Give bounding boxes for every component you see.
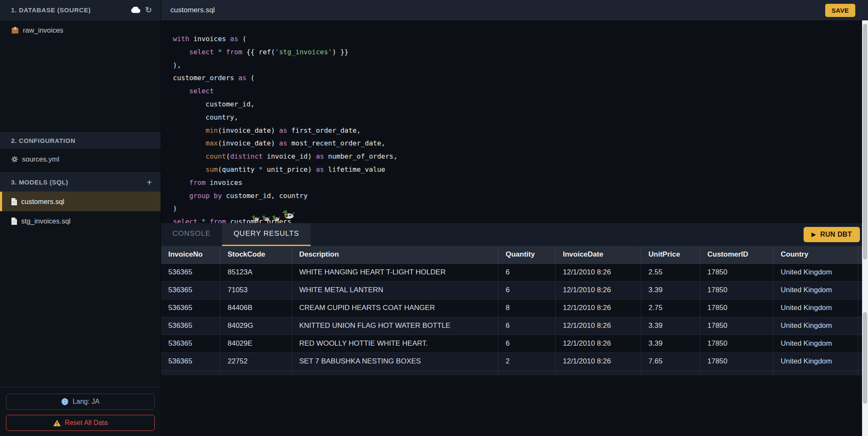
table-cell: 8 (498, 299, 556, 317)
table-cell: United Kingdom (773, 335, 858, 353)
sidebar: 1. DATABASE (SOURCE) ↻ raw_invoices 2. C… (0, 0, 161, 436)
table-cell: 12/1/2010 8:26 (556, 299, 641, 317)
table-cell: 17850 (700, 282, 773, 299)
tab-console[interactable]: CONSOLE (161, 223, 222, 246)
table-cell: RED WOOLLY HOTTIE WHITE HEART. (292, 335, 498, 353)
code-line: min(invoice_date) as first_order_date, (173, 124, 868, 137)
table-header-cell: Description (292, 246, 498, 264)
table-row: 53636522752SET 7 BABUSHKA NESTING BOXES2… (161, 353, 862, 371)
sidebar-item-label: raw_invoices (23, 26, 63, 34)
section-header-database: 1. DATABASE (SOURCE) ↻ (0, 0, 161, 20)
table-cell: 536365 (161, 299, 220, 317)
table-cell: 12/1/2010 8:26 (556, 264, 641, 282)
code-line: country, (173, 111, 868, 124)
table-cell: 2.75 (641, 299, 700, 317)
row-filler (858, 246, 862, 264)
save-button[interactable]: SAVE (825, 4, 855, 17)
table-cell: 12/1/2010 8:26 (556, 335, 641, 353)
section-database-title: 1. DATABASE (SOURCE) (11, 6, 91, 14)
sidebar-footer: Lang: JA Reset All Data (0, 387, 161, 436)
play-icon: ▶ (812, 232, 816, 237)
reset-all-data-button[interactable]: Reset All Data (6, 415, 155, 431)
table-row: 53636584029GKNITTED UNION FLAG HOT WATER… (161, 317, 862, 335)
duck-icon (252, 215, 260, 223)
sidebar-item-label: stg_invoices.sql (21, 217, 70, 225)
table-cell: 7.65 (641, 353, 700, 371)
warning-icon (53, 419, 61, 427)
table-cell: 17850 (700, 299, 773, 317)
sidebar-item-customers-sql[interactable]: customers.sql (0, 192, 161, 211)
table-header-cell: Quantity (498, 246, 556, 264)
sidebar-item-raw-invoices[interactable]: raw_invoices (0, 20, 161, 40)
table-cell: 3.39 (641, 282, 700, 299)
table-cell: 12/1/2010 8:26 (556, 353, 641, 371)
table-cell: 17850 (700, 264, 773, 282)
results-scrollbar-thumb[interactable] (863, 312, 867, 404)
run-dbt-button[interactable]: ▶ RUN DBT (804, 227, 860, 242)
code-lines: with invoices as ( select * from {{ ref(… (173, 33, 868, 223)
row-filler (858, 353, 862, 371)
sidebar-item-stg-invoices-sql[interactable]: stg_invoices.sql (0, 211, 161, 231)
gear-icon (11, 156, 18, 163)
code-line: count(distinct invoice_id) as number_of_… (173, 150, 868, 163)
duck-icon (262, 215, 270, 223)
section-header-configuration: 2. CONFIGURATION (0, 132, 161, 148)
code-line: ), (173, 59, 868, 72)
table-cell (498, 371, 556, 375)
table-cell (161, 371, 220, 375)
duck-decoration (252, 209, 295, 223)
table-cell (773, 371, 858, 375)
table-cell: SET 7 BABUSHKA NESTING BOXES (292, 353, 498, 371)
reset-button-label: Reset All Data (65, 419, 108, 427)
table-cell: 22752 (220, 353, 292, 371)
editor-scrollbar-thumb[interactable] (863, 24, 867, 260)
table-cell: United Kingdom (773, 282, 858, 299)
table-cell: 536365 (161, 335, 220, 353)
table-cell: United Kingdom (773, 299, 858, 317)
add-model-button[interactable]: + (147, 178, 152, 187)
code-line: customer_orders as ( (173, 72, 868, 85)
table-cell: United Kingdom (773, 353, 858, 371)
duck-icon (282, 209, 295, 221)
language-button[interactable]: Lang: JA (6, 394, 155, 410)
app-window: 1. DATABASE (SOURCE) ↻ raw_invoices 2. C… (0, 0, 868, 436)
table-cell: 536365 (161, 264, 220, 282)
table-cell: CREAM CUPID HEARTS COAT HANGER (292, 299, 498, 317)
table-header-cell: InvoiceDate (556, 246, 641, 264)
code-line: sum(quantity * unit_price) as lifetime_v… (173, 163, 868, 176)
cloud-icon (131, 7, 141, 13)
table-cell: 6 (498, 317, 556, 335)
row-filler (858, 264, 862, 282)
refresh-icon[interactable]: ↻ (145, 6, 152, 14)
table-cell: 17850 (700, 335, 773, 353)
sidebar-item-sources-yml[interactable]: sources.yml (0, 148, 161, 170)
table-header-cell: InvoiceNo (161, 246, 220, 264)
globe-icon (61, 398, 69, 405)
table-header-cell: CustomerID (700, 246, 773, 264)
table-cell (292, 371, 498, 375)
row-filler (858, 371, 862, 375)
table-header-cell: Country (773, 246, 858, 264)
table-cell: WHITE METAL LANTERN (292, 282, 498, 299)
table-header-row: InvoiceNoStockCodeDescriptionQuantityInv… (161, 246, 862, 264)
table-header-cell: StockCode (220, 246, 292, 264)
table-cell: United Kingdom (773, 317, 858, 335)
table-cell: 6 (498, 282, 556, 299)
bottom-tab-bar: CONSOLE QUERY RESULTS ▶ RUN DBT (161, 223, 868, 246)
row-filler (858, 282, 862, 299)
table-cell: 3.39 (641, 335, 700, 353)
section-models-title: 3. MODELS (SQL) (11, 179, 68, 186)
tab-query-results[interactable]: QUERY RESULTS (222, 223, 311, 246)
table-cell: KNITTED UNION FLAG HOT WATER BOTTLE (292, 317, 498, 335)
table-cell: United Kingdom (773, 264, 858, 282)
table-cell: 12/1/2010 8:26 (556, 282, 641, 299)
run-dbt-label: RUN DBT (820, 231, 852, 238)
code-editor[interactable]: with invoices as ( select * from {{ ref(… (161, 20, 868, 223)
table-cell (641, 371, 700, 375)
code-line: group by customer_id, country (173, 190, 868, 203)
table-cell: 85123A (220, 264, 292, 282)
row-filler (858, 317, 862, 335)
table-cell: 536365 (161, 282, 220, 299)
table-cell: 2.55 (641, 264, 700, 282)
main-pane: customers.sql SAVE with invoices as ( se… (161, 0, 868, 436)
